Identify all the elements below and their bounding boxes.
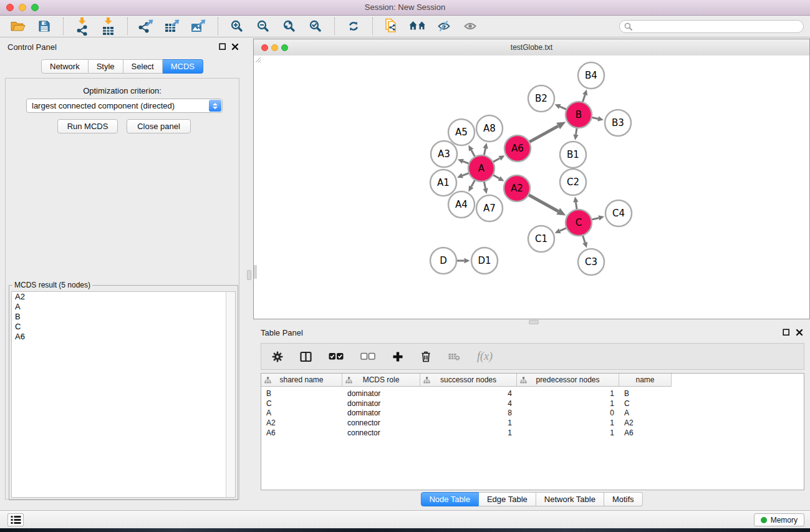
memory-button[interactable]: Memory — [754, 513, 804, 526]
table-options-button[interactable] — [272, 351, 283, 362]
tab-motifs[interactable]: Motifs — [604, 492, 643, 506]
tab-network-table[interactable]: Network Table — [536, 492, 604, 506]
graph-node-B4[interactable]: B4 — [578, 62, 604, 89]
column-header-successor-nodes[interactable]: successor nodes — [420, 374, 517, 387]
graph-node-A5[interactable]: A5 — [448, 119, 475, 145]
graph-node-A4[interactable]: A4 — [448, 191, 475, 218]
graph-edge-A-A7[interactable] — [483, 180, 488, 194]
graph-edge-C-C2[interactable] — [573, 196, 578, 211]
graph-node-D1[interactable]: D1 — [471, 248, 498, 274]
home-button[interactable] — [406, 17, 430, 36]
tab-style[interactable]: Style — [89, 59, 123, 74]
column-header-mcds-role[interactable]: MCDS role — [342, 374, 420, 387]
select-all-button[interactable] — [329, 352, 344, 361]
table-row[interactable]: Cdominator41C — [261, 399, 804, 409]
table-row[interactable]: Adominator80A — [261, 408, 804, 418]
graph-edge-B-B4[interactable] — [582, 89, 587, 103]
network-canvas[interactable]: B4B2BB3A5A8A6A3B1AA1C2A2A4A7C4CC1DD1C3 — [254, 56, 809, 319]
zoom-in-button[interactable] — [225, 17, 249, 36]
close-panel-button[interactable]: Close panel — [127, 119, 191, 133]
resize-grip-icon[interactable] — [254, 56, 261, 63]
graph-edge-A-A1[interactable] — [457, 173, 470, 178]
export-image-button[interactable] — [187, 17, 211, 36]
graph-node-B2[interactable]: B2 — [528, 85, 554, 112]
control-panel-float-icon[interactable] — [219, 43, 226, 51]
graph-node-A[interactable]: A — [468, 155, 494, 181]
delete-table-button[interactable] — [448, 352, 460, 361]
graph-edge-D-D1[interactable] — [455, 258, 470, 263]
column-header-predecessor-nodes[interactable]: predecessor nodes — [517, 374, 619, 387]
export-network-button[interactable] — [135, 17, 158, 36]
graph-edge-A-A2[interactable] — [492, 174, 504, 181]
graph-node-C4[interactable]: C4 — [605, 200, 632, 226]
graph-node-A3[interactable]: A3 — [431, 141, 457, 167]
graph-edge-A-A5[interactable] — [468, 145, 475, 158]
splitter-grip[interactable] — [529, 320, 539, 324]
hide-selection-button[interactable] — [432, 17, 456, 36]
graph-edge-C-C1[interactable] — [555, 228, 568, 233]
add-row-button[interactable] — [392, 351, 403, 362]
graph-node-A8[interactable]: A8 — [476, 115, 503, 142]
function-builder-button[interactable]: f(x) — [477, 350, 493, 363]
table-row[interactable]: A6connector11A6 — [261, 428, 804, 438]
copy-network-button[interactable] — [380, 17, 403, 36]
delete-row-button[interactable] — [420, 351, 432, 362]
column-header-name[interactable]: name — [619, 374, 672, 387]
graph-node-C3[interactable]: C3 — [578, 249, 604, 275]
graph-node-A2[interactable]: A2 — [504, 175, 530, 201]
graph-edge-A-A8[interactable] — [483, 143, 488, 157]
graph-edge-C-C3[interactable] — [582, 234, 587, 248]
control-panel-close-icon[interactable] — [231, 43, 239, 51]
tab-select[interactable]: Select — [123, 59, 163, 74]
refresh-button[interactable] — [342, 17, 365, 36]
search-input[interactable] — [635, 22, 803, 32]
tab-network[interactable]: Network — [41, 59, 89, 74]
import-network-button[interactable] — [70, 17, 94, 36]
export-table-button[interactable] — [161, 17, 185, 36]
graph-node-C[interactable]: C — [566, 210, 592, 236]
graph-edge-C-C4[interactable] — [590, 215, 604, 220]
graph-edge-A-A6[interactable] — [492, 155, 505, 162]
graph-edge-B-B2[interactable] — [555, 104, 568, 110]
graph-node-A6[interactable]: A6 — [504, 135, 531, 162]
tab-edge-table[interactable]: Edge Table — [479, 492, 536, 506]
canvas-scrollbar-stub[interactable] — [254, 265, 257, 279]
show-all-button[interactable] — [458, 17, 482, 36]
graph-edge-A2-C[interactable] — [528, 194, 566, 215]
graph-node-A7[interactable]: A7 — [476, 195, 503, 221]
mcds-result-item[interactable]: A2 — [12, 292, 235, 302]
optimization-criterion-select[interactable]: largest connected component (directed) — [26, 99, 223, 113]
graph-node-D[interactable]: D — [430, 248, 456, 274]
open-session-button[interactable] — [6, 17, 30, 36]
show-columns-button[interactable] — [300, 351, 312, 362]
tab-node-table[interactable]: Node Table — [420, 492, 479, 506]
splitter-grip[interactable] — [247, 270, 251, 280]
graph-node-B[interactable]: B — [566, 102, 592, 128]
vertical-splitter[interactable] — [244, 37, 253, 510]
table-panel-float-icon[interactable] — [783, 329, 790, 336]
column-header-shared-name[interactable]: shared name — [261, 374, 342, 387]
graph-node-C1[interactable]: C1 — [528, 226, 554, 252]
graph-edge-A6-B[interactable] — [528, 122, 566, 142]
graph-edge-A-A3[interactable] — [458, 159, 470, 164]
zoom-selected-button[interactable] — [304, 17, 327, 36]
graph-node-A1[interactable]: A1 — [430, 170, 456, 196]
mcds-result-item[interactable]: A — [12, 302, 235, 312]
mcds-result-item[interactable]: C — [12, 322, 235, 332]
zoom-out-button[interactable] — [251, 17, 275, 36]
save-session-button[interactable] — [32, 17, 56, 36]
import-table-button[interactable] — [97, 17, 120, 36]
graph-node-B3[interactable]: B3 — [605, 110, 631, 136]
table-panel-close-icon[interactable] — [796, 329, 803, 336]
table-row[interactable]: A2connector11A2 — [261, 418, 804, 428]
graph-node-B1[interactable]: B1 — [560, 142, 586, 168]
run-mcds-button[interactable]: Run MCDS — [57, 119, 118, 133]
result-list-scrollbar[interactable] — [226, 292, 235, 497]
zoom-fit-button[interactable] — [277, 17, 301, 36]
graph-node-C2[interactable]: C2 — [560, 169, 586, 195]
table-row[interactable]: Bdominator41B — [261, 389, 804, 399]
mcds-result-item[interactable]: B — [12, 312, 235, 322]
graph-edge-A-A4[interactable] — [468, 179, 475, 192]
deselect-all-button[interactable] — [360, 352, 375, 361]
task-history-button[interactable] — [7, 513, 24, 526]
